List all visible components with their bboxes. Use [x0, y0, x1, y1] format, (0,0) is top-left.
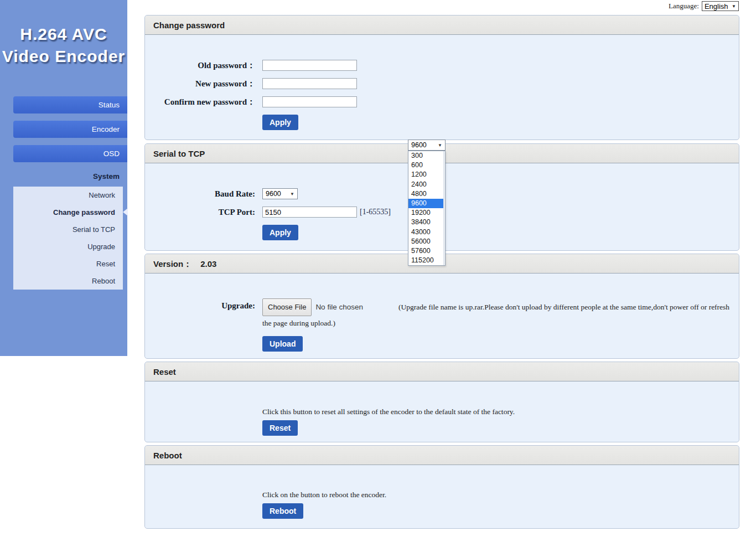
- submenu-item-reset[interactable]: Reset: [13, 255, 123, 272]
- reboot-body: Click on the button to reboot the encode…: [145, 465, 739, 528]
- dropdown-scrollbar[interactable]: [443, 151, 445, 265]
- logo-line-2: Video Encoder: [0, 45, 127, 68]
- reset-title: Reset: [145, 362, 739, 381]
- choose-file-button[interactable]: Choose File: [262, 298, 312, 316]
- baud-rate-open-dropdown: 9600 ▼ 300 600 1200 2400 4800 9600 19200…: [408, 140, 446, 266]
- baud-option-1200[interactable]: 1200: [408, 170, 445, 179]
- reboot-panel: Reboot Click on the button to reboot the…: [144, 445, 739, 529]
- baud-rate-select[interactable]: 9600 ▼: [262, 188, 298, 199]
- version-value: 2.03: [200, 259, 216, 269]
- logo-line-1: H.264 AVC: [0, 23, 127, 45]
- file-input[interactable]: Choose FileNo file chosen: [262, 298, 363, 316]
- reset-panel: Reset Click this button to reset all set…: [144, 362, 739, 442]
- version-body: Upgrade: Choose FileNo file chosen(Upgra…: [145, 274, 739, 358]
- reboot-title: Reboot: [145, 446, 739, 465]
- baud-option-9600-selected[interactable]: 9600: [408, 199, 445, 208]
- baud-option-57600[interactable]: 57600: [408, 246, 445, 256]
- submenu-item-change-password[interactable]: Change password: [13, 204, 123, 221]
- active-item-arrow-icon: [123, 208, 128, 216]
- tcp-port-range-hint: [1-65535]: [360, 208, 391, 216]
- reboot-button[interactable]: Reboot: [262, 503, 303, 519]
- chevron-down-icon: ▼: [438, 143, 442, 148]
- new-password-field[interactable]: [262, 78, 357, 89]
- change-password-body: Old password： New password： Confirm new …: [145, 35, 739, 140]
- chevron-down-icon: ▼: [290, 192, 294, 197]
- baud-option-4800[interactable]: 4800: [408, 189, 445, 199]
- submenu-item-label: Change password: [53, 208, 115, 216]
- submenu-item-serial-to-tcp[interactable]: Serial to TCP: [13, 221, 123, 238]
- sidebar-item-osd[interactable]: OSD: [13, 145, 127, 162]
- baud-rate-label: Baud Rate:: [145, 189, 255, 199]
- no-file-chosen-text: No file chosen: [315, 303, 363, 311]
- sidebar: H.264 AVC Video Encoder Status Encoder O…: [0, 0, 127, 356]
- baud-option-19200[interactable]: 19200: [408, 208, 445, 218]
- sidebar-item-status[interactable]: Status: [13, 96, 127, 114]
- change-password-title: Change password: [145, 16, 739, 35]
- tcp-port-label: TCP Port:: [145, 208, 255, 217]
- app-logo: H.264 AVC Video Encoder: [0, 23, 127, 68]
- system-submenu: Network Change password Serial to TCP Up…: [13, 187, 123, 290]
- baud-rate-selected-value: 9600: [266, 190, 281, 198]
- reset-description: Click this button to reset all settings …: [262, 407, 739, 416]
- submenu-item-network[interactable]: Network: [13, 187, 123, 204]
- submenu-item-upgrade[interactable]: Upgrade: [13, 238, 123, 255]
- baud-option-43000[interactable]: 43000: [408, 228, 445, 237]
- change-password-panel: Change password Old password： New passwo…: [144, 15, 739, 140]
- version-panel: Version：2.03 Upgrade: Choose FileNo file…: [144, 254, 739, 359]
- old-password-field[interactable]: [262, 60, 357, 71]
- upgrade-label: Upgrade:: [145, 298, 255, 313]
- baud-option-38400[interactable]: 38400: [408, 218, 445, 227]
- baud-option-2400[interactable]: 2400: [408, 180, 445, 189]
- sidebar-section-system: System: [93, 172, 120, 180]
- sidebar-item-encoder[interactable]: Encoder: [13, 121, 127, 138]
- new-password-label: New password：: [145, 79, 255, 89]
- confirm-new-password-field[interactable]: [262, 96, 357, 107]
- serial-to-tcp-apply-button[interactable]: Apply: [262, 225, 298, 240]
- reset-body: Click this button to reset all settings …: [145, 381, 739, 442]
- change-password-apply-button[interactable]: Apply: [262, 115, 298, 130]
- version-label: Version：: [153, 259, 191, 269]
- baud-option-300[interactable]: 300: [408, 151, 445, 161]
- submenu-item-reboot[interactable]: Reboot: [13, 272, 123, 290]
- upload-button[interactable]: Upload: [262, 336, 303, 352]
- baud-rate-dropdown-select[interactable]: 9600 ▼: [408, 140, 446, 151]
- reboot-description: Click on the button to reboot the encode…: [262, 491, 739, 499]
- baud-rate-option-list: 300 600 1200 2400 4800 9600 19200 38400 …: [408, 151, 446, 266]
- old-password-label: Old password：: [145, 60, 255, 71]
- baud-option-600[interactable]: 600: [408, 161, 445, 170]
- baud-option-115200[interactable]: 115200: [408, 256, 445, 265]
- reset-button[interactable]: Reset: [262, 420, 298, 436]
- baud-option-56000[interactable]: 56000: [408, 237, 445, 246]
- baud-dropdown-selected-value: 9600: [411, 141, 427, 149]
- confirm-new-password-label: Confirm new password：: [145, 97, 255, 107]
- upgrade-file-row: Choose FileNo file chosen(Upgrade file n…: [262, 298, 734, 331]
- sidebar-nav: Status Encoder OSD: [13, 96, 127, 169]
- tcp-port-field[interactable]: [262, 207, 357, 218]
